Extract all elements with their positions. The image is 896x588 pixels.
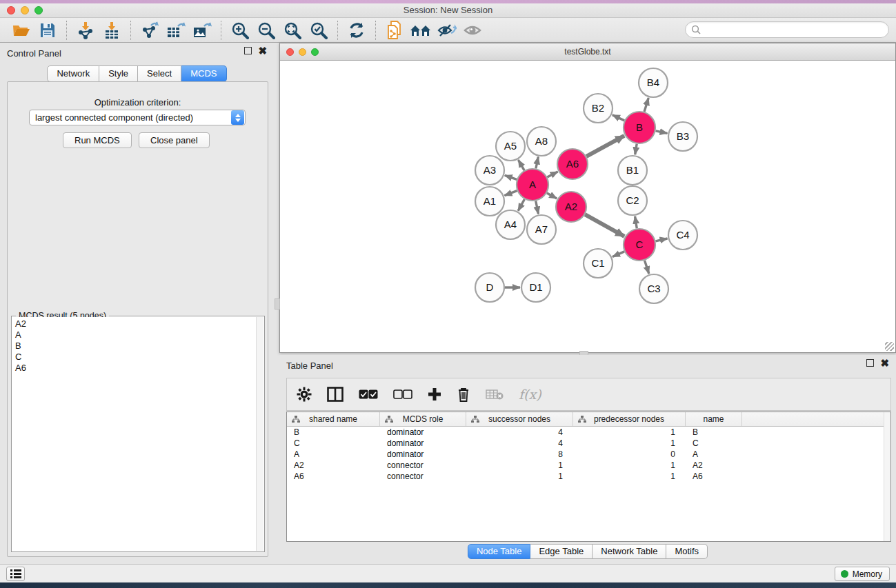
cell-predecessor-nodes[interactable]: 1 xyxy=(573,438,686,449)
cell-shared-name[interactable]: A6 xyxy=(287,471,380,482)
graph-edge-A6-B[interactable] xyxy=(586,136,624,156)
graph-node-A7[interactable]: A7 xyxy=(527,215,556,244)
graph-node-B2[interactable]: B2 xyxy=(584,94,613,123)
table-row[interactable]: Bdominator41B xyxy=(287,427,890,438)
cell-MCDS-role[interactable]: dominator xyxy=(380,427,466,438)
import-network-icon[interactable] xyxy=(74,20,97,41)
graph-edge-B-B1[interactable] xyxy=(635,144,637,155)
cell-MCDS-role[interactable]: connector xyxy=(380,460,466,471)
graph-node-D1[interactable]: D1 xyxy=(521,273,550,302)
float-panel-icon[interactable] xyxy=(244,47,252,54)
cell-MCDS-role[interactable]: dominator xyxy=(380,438,466,449)
delete-icon[interactable] xyxy=(457,387,470,402)
home-layout-icon[interactable] xyxy=(409,20,432,41)
export-network-icon[interactable] xyxy=(138,20,161,41)
graph-edge-A-A7[interactable] xyxy=(536,201,539,214)
graph-edge-A-A8[interactable] xyxy=(536,157,539,169)
mcds-result-item[interactable]: A2 xyxy=(12,318,256,330)
cell-predecessor-nodes[interactable]: 1 xyxy=(573,427,686,438)
cell-name[interactable]: A xyxy=(686,449,742,460)
tab-select[interactable]: Select xyxy=(138,65,181,82)
open-session-icon[interactable] xyxy=(10,20,33,41)
export-table-icon[interactable] xyxy=(164,20,188,41)
add-column-icon[interactable] xyxy=(428,387,441,401)
table-scrollbar[interactable] xyxy=(884,412,890,541)
network-canvas[interactable]: ABCA2A6A1A3A4A5A7A8B1B2B3B4C1C2C3C4DD1 xyxy=(280,61,895,352)
task-history-button[interactable] xyxy=(6,567,25,581)
deselect-all-icon[interactable] xyxy=(393,389,412,399)
cell-shared-name[interactable]: C xyxy=(287,438,380,449)
maximize-view-icon[interactable] xyxy=(311,48,319,56)
table-row[interactable]: Adominator80A xyxy=(287,449,890,460)
graph-node-B1[interactable]: B1 xyxy=(618,156,647,185)
window-resize-grip[interactable] xyxy=(885,342,894,351)
export-image-icon[interactable] xyxy=(190,20,214,41)
graph-edge-A-A1[interactable] xyxy=(504,191,517,196)
search-box[interactable] xyxy=(685,21,889,38)
cell-name[interactable]: A6 xyxy=(686,471,742,482)
zoom-in-icon[interactable] xyxy=(228,20,252,41)
split-columns-icon[interactable] xyxy=(327,387,344,402)
graph-node-C[interactable]: C xyxy=(624,229,655,261)
graph-node-A1[interactable]: A1 xyxy=(475,187,504,216)
close-panel-button[interactable]: Close panel xyxy=(139,132,210,148)
graph-node-C4[interactable]: C4 xyxy=(668,221,697,250)
result-scrollbar[interactable] xyxy=(256,317,263,551)
graph-node-C1[interactable]: C1 xyxy=(584,249,613,278)
tab-network-table[interactable]: Network Table xyxy=(593,544,666,559)
cell-MCDS-role[interactable]: connector xyxy=(380,471,466,482)
graph-edge-A-A5[interactable] xyxy=(518,160,524,170)
graph-edge-C-C4[interactable] xyxy=(655,239,667,241)
cell-successor-nodes[interactable]: 1 xyxy=(466,471,573,482)
zoom-fit-icon[interactable] xyxy=(281,20,304,41)
tab-mcds[interactable]: MCDS xyxy=(181,65,226,82)
tab-motifs[interactable]: Motifs xyxy=(666,544,708,559)
column-header-MCDS-role[interactable]: MCDS role xyxy=(380,412,466,426)
mcds-result-item[interactable]: C xyxy=(12,352,256,363)
tab-node-table[interactable]: Node Table xyxy=(468,544,531,559)
graph-node-A5[interactable]: A5 xyxy=(496,132,525,161)
table-row[interactable]: A2connector11A2 xyxy=(287,460,890,471)
graph-node-B[interactable]: B xyxy=(624,112,655,143)
graph-node-B4[interactable]: B4 xyxy=(639,68,668,97)
graph-edge-C-C3[interactable] xyxy=(644,261,648,274)
close-view-icon[interactable] xyxy=(286,48,294,56)
graph-edge-C-C2[interactable] xyxy=(635,216,637,229)
column-header-predecessor-nodes[interactable]: predecessor nodes xyxy=(573,412,686,426)
cell-successor-nodes[interactable]: 4 xyxy=(466,438,573,449)
mcds-result-item[interactable]: B xyxy=(12,341,256,352)
cell-predecessor-nodes[interactable]: 1 xyxy=(573,460,686,471)
float-table-panel-icon[interactable] xyxy=(866,359,874,367)
memory-button[interactable]: Memory xyxy=(835,567,890,581)
graph-node-D[interactable]: D xyxy=(475,273,504,302)
save-session-icon[interactable] xyxy=(36,20,59,41)
hide-details-icon[interactable] xyxy=(435,20,459,41)
graph-edge-A-A3[interactable] xyxy=(505,175,517,179)
graph-node-C3[interactable]: C3 xyxy=(639,274,668,303)
minimize-window-icon[interactable] xyxy=(21,6,29,14)
graph-node-A8[interactable]: A8 xyxy=(527,127,556,156)
mcds-result-item[interactable]: A6 xyxy=(12,363,256,374)
cell-shared-name[interactable]: A2 xyxy=(287,460,380,471)
cell-MCDS-role[interactable]: dominator xyxy=(380,449,466,460)
graph-node-A3[interactable]: A3 xyxy=(475,156,504,185)
close-window-icon[interactable] xyxy=(7,6,15,14)
graph-edge-A-A2[interactable] xyxy=(547,193,557,199)
refresh-icon[interactable] xyxy=(345,20,368,41)
import-table-icon[interactable] xyxy=(100,20,123,41)
graph-edge-C-C1[interactable] xyxy=(613,252,624,257)
cell-name[interactable]: C xyxy=(686,438,742,449)
graph-edge-B-B3[interactable] xyxy=(656,131,668,134)
cell-shared-name[interactable]: B xyxy=(287,427,380,438)
delete-table-icon[interactable] xyxy=(486,389,504,400)
cell-successor-nodes[interactable]: 4 xyxy=(466,427,573,438)
cell-successor-nodes[interactable]: 1 xyxy=(466,460,573,471)
zoom-selected-icon[interactable] xyxy=(307,20,330,41)
tab-style[interactable]: Style xyxy=(99,65,138,82)
minimize-view-icon[interactable] xyxy=(299,48,306,56)
graph-node-A4[interactable]: A4 xyxy=(496,210,525,239)
close-panel-icon[interactable]: ✖ xyxy=(258,47,267,54)
cell-name[interactable]: B xyxy=(686,427,742,438)
cell-name[interactable]: A2 xyxy=(686,460,742,471)
cell-shared-name[interactable]: A xyxy=(287,449,380,460)
